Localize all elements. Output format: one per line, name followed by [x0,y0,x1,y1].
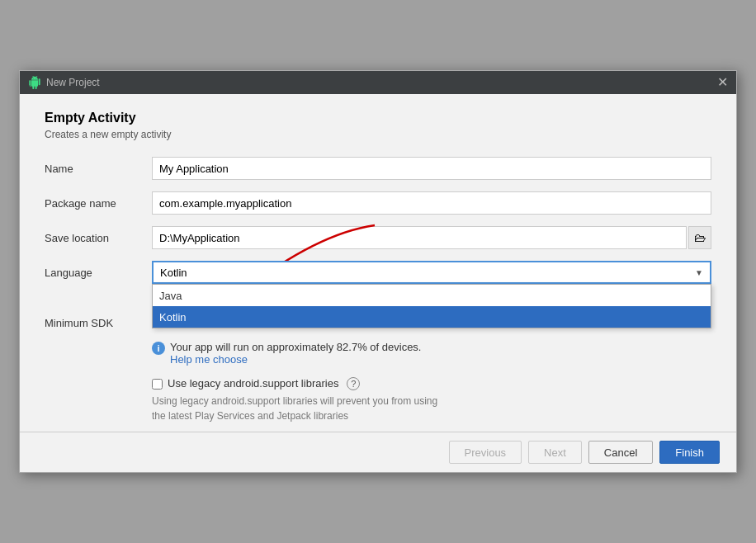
help-icon[interactable]: ? [347,377,360,390]
package-name-label: Package name [45,197,152,210]
cancel-button[interactable]: Cancel [588,441,653,464]
info-text: Your app will run on approximately 82.7%… [170,341,421,366]
title-bar: New Project ✕ [20,71,736,94]
name-row: Name [45,157,711,180]
info-row: i Your app will run on approximately 82.… [152,341,711,366]
browse-button[interactable]: 🗁 [688,226,711,249]
title-bar-left: New Project [28,76,100,89]
save-location-row: Save location 🗁 [45,226,711,249]
name-label: Name [45,163,152,175]
android-icon [28,76,41,89]
next-button[interactable]: Next [528,441,582,464]
info-text-content: Your app will run on approximately 82.7%… [170,341,421,353]
dialog-title: New Project [46,77,100,88]
name-input[interactable] [152,157,711,180]
dialog-footer: Previous Next Cancel Finish [20,432,736,472]
language-dropdown-menu: Java Kotlin [152,284,711,328]
package-name-row: Package name [45,191,711,215]
language-label: Language [45,267,152,279]
language-row: Language Kotlin ▼ Java Kotlin [45,261,711,284]
close-button[interactable]: ✕ [717,76,728,89]
help-me-choose-link[interactable]: Help me choose [170,353,248,366]
save-location-input[interactable] [152,226,687,249]
previous-button[interactable]: Previous [449,441,522,464]
save-location-label: Save location [45,232,152,244]
legacy-checkbox-label: Use legacy android.support libraries [168,377,338,390]
language-selected-value: Kotlin [160,267,187,279]
language-dropdown[interactable]: Kotlin ▼ Java Kotlin [152,261,711,284]
finish-button[interactable]: Finish [659,441,720,464]
legacy-checkbox-desc: Using legacy android.support libraries w… [152,394,711,423]
section-subtitle: Creates a new empty activity [45,129,711,140]
minimum-sdk-label: Minimum SDK [45,317,152,329]
language-option-java[interactable]: Java [153,285,711,306]
legacy-checkbox-row: Use legacy android.support libraries ? [152,377,711,390]
dialog-body: Empty Activity Creates a new empty activ… [20,94,736,432]
legacy-checkbox[interactable] [152,379,163,390]
chevron-down-icon: ▼ [695,268,703,277]
section-title: Empty Activity [45,111,711,125]
package-name-input[interactable] [152,191,711,215]
language-dropdown-selected[interactable]: Kotlin ▼ [152,261,711,284]
info-icon: i [152,342,165,355]
save-location-input-group: 🗁 [152,226,711,249]
language-option-kotlin[interactable]: Kotlin [153,306,711,328]
new-project-dialog: New Project ✕ Empty Activity Creates a n… [19,70,737,473]
